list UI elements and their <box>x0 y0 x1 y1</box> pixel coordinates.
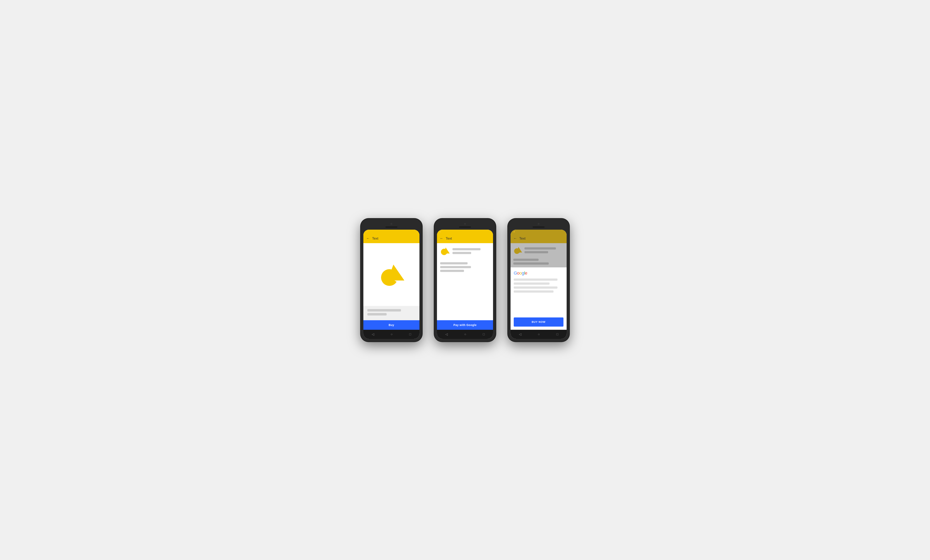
product-text-line-2a <box>453 248 480 250</box>
bottom-area-1 <box>363 306 419 320</box>
speaker-1 <box>385 227 397 228</box>
speaker-3 <box>533 227 545 228</box>
phone-content-1: Buy <box>363 243 419 330</box>
dimmed-product-row-3 <box>513 246 564 255</box>
dimmed-text-lines-3 <box>525 247 564 253</box>
back-button-3[interactable]: ← <box>513 236 517 241</box>
app-bar-2: ← Text <box>437 234 493 243</box>
text-line-1b <box>367 313 386 316</box>
dimmed-line-3b <box>525 251 548 253</box>
dimmed-desc-lines-3 <box>513 257 564 265</box>
phone-top-area-2 <box>437 221 493 230</box>
back-button-1[interactable]: ← <box>366 236 370 241</box>
app-bar-1: ← Text <box>363 234 419 243</box>
google-logo: Google <box>514 270 564 276</box>
camera-3 <box>537 223 540 225</box>
product-text-lines-2 <box>453 248 490 254</box>
sheet-line-3b <box>514 282 550 285</box>
battery-icon-3: ⚡ <box>513 231 515 233</box>
phone-1: ⚡ ← Text <box>360 218 422 342</box>
sheet-line-3d <box>514 290 553 293</box>
app-title-3: Text <box>519 236 525 241</box>
home-nav-icon-2[interactable]: ○ <box>464 333 466 336</box>
desc-lines-2 <box>440 261 490 273</box>
app-title-1: Text <box>372 236 378 241</box>
camera-2 <box>464 223 466 225</box>
recent-nav-icon-3[interactable]: □ <box>556 333 559 336</box>
phone-2: ⚡ ← Text <box>434 218 496 342</box>
back-nav-icon-2[interactable]: ◁ <box>445 332 448 336</box>
phone-content-2: Pay with Google <box>437 243 493 330</box>
phone-3: ⚡ ← Text <box>508 218 570 342</box>
buy-button-1[interactable]: Buy <box>363 320 419 330</box>
dimmed-desc-3b <box>513 262 549 265</box>
dimmed-product-logo-3 <box>513 246 522 255</box>
phone-screen-3: ⚡ ← Text <box>511 230 567 339</box>
recent-nav-icon-2[interactable]: □ <box>483 333 485 336</box>
back-button-2[interactable]: ← <box>440 236 443 241</box>
app-logo-1 <box>379 262 404 287</box>
recent-nav-icon-1[interactable]: □ <box>409 333 411 336</box>
buy-now-button[interactable]: BUY NOW <box>514 318 564 327</box>
back-nav-icon-1[interactable]: ◁ <box>372 332 374 336</box>
product-row-2 <box>440 246 490 256</box>
dimmed-content-3 <box>511 243 567 267</box>
phone-screen-1: ⚡ ← Text <box>363 230 419 339</box>
phone-top-area-1 <box>363 221 419 230</box>
nav-bar-2: ◁ ○ □ <box>437 330 493 339</box>
camera-1 <box>390 223 393 225</box>
dimmed-desc-3a <box>513 259 539 261</box>
sheet-lines-3 <box>514 279 564 316</box>
google-payment-sheet: Google BUY NOW <box>511 267 567 330</box>
app-title-2: Text <box>446 236 452 241</box>
app-bar-3: ← Text <box>511 234 567 243</box>
home-nav-icon-1[interactable]: ○ <box>391 333 393 336</box>
phone-content-3: Google BUY NOW <box>511 243 567 330</box>
phone-screen-2: ⚡ ← Text <box>437 230 493 339</box>
speaker-2 <box>459 227 471 228</box>
content-body-2 <box>437 243 493 320</box>
battery-icon-1: ⚡ <box>366 231 368 233</box>
desc-line-2a <box>440 262 468 264</box>
logo-area-1 <box>363 243 419 306</box>
status-bar-2: ⚡ <box>437 230 493 234</box>
desc-line-2b <box>440 266 471 268</box>
text-line-1a <box>367 309 401 311</box>
battery-icon-2: ⚡ <box>439 231 442 233</box>
sheet-line-3a <box>514 279 557 281</box>
pay-google-button[interactable]: Pay with Google <box>437 320 493 330</box>
product-logo-2 <box>440 246 450 256</box>
status-bar-3: ⚡ <box>511 230 567 234</box>
back-nav-icon-3[interactable]: ◁ <box>519 332 521 336</box>
sheet-line-3c <box>514 287 557 288</box>
nav-bar-1: ◁ ○ □ <box>363 330 419 339</box>
nav-bar-3: ◁ ○ □ <box>511 330 567 339</box>
phone-top-area-3 <box>511 221 567 230</box>
status-bar-1: ⚡ <box>363 230 419 234</box>
dimmed-line-3a <box>525 247 556 250</box>
product-text-line-2b <box>453 252 471 254</box>
phones-container: ⚡ ← Text <box>360 218 570 342</box>
desc-line-2c <box>440 270 464 272</box>
home-nav-icon-3[interactable]: ○ <box>538 333 540 336</box>
